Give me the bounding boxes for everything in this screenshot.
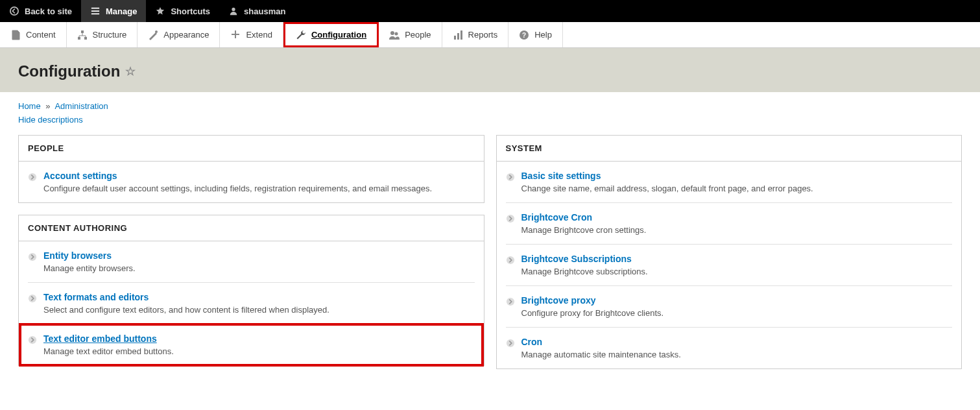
entry-text: Entity browsersManage entity browsers. [43,250,475,273]
page-header: Configuration ☆ [0,48,980,92]
svg-point-18 [506,215,514,223]
entry-link[interactable]: Account settings [43,171,117,181]
entry-link[interactable]: Text formats and editors [43,292,149,302]
entry-link[interactable]: Brightcove proxy [521,295,596,306]
reports-icon [453,30,463,40]
favorite-star-icon[interactable]: ☆ [125,64,136,78]
breadcrumb-admin[interactable]: Administration [54,101,108,111]
entry-text: Brightcove SubscriptionsManage Brightcov… [521,254,953,276]
entry-text: Account settingsConfigure default user a… [43,171,475,193]
panel-heading: CONTENT AUTHORING [19,215,484,241]
config-panel: SYSTEMBasic site settingsChange site nam… [496,135,962,369]
config-entry: Text editor embed buttonsManage text edi… [21,326,481,364]
back-to-site-button[interactable]: Back to site [0,0,81,22]
admin-tab-structure[interactable]: Structure [67,22,138,47]
svg-point-20 [506,298,514,306]
svg-point-7 [395,32,398,35]
hide-descriptions-link[interactable]: Hide descriptions [18,115,83,125]
chevron-right-icon [506,256,515,265]
admin-tab-people[interactable]: People [379,22,442,47]
admin-tab-label: Structure [93,30,127,40]
page-title-text: Configuration [18,62,120,80]
entry-link[interactable]: Text editor embed buttons [43,333,157,344]
structure-icon [77,30,88,40]
svg-rect-10 [460,30,462,40]
hamburger-icon [90,6,101,16]
admin-tab-label: Configuration [311,30,366,40]
svg-point-6 [390,31,394,35]
manage-button[interactable]: Manage [81,0,146,22]
admin-tab-help[interactable]: ? Help [508,22,563,47]
config-entry: Brightcove SubscriptionsManage Brightcov… [506,245,953,286]
entry-description: Configure proxy for Brightcove clients. [521,308,953,318]
svg-point-1 [232,8,235,11]
entry-text: CronManage automatic site maintenance ta… [521,337,953,359]
svg-point-14 [29,253,36,261]
config-entry: Entity browsersManage entity browsers. [28,241,475,283]
admin-tab-configuration[interactable]: Configuration [283,22,379,47]
appearance-icon [148,30,158,40]
entry-link[interactable]: Basic site settings [521,171,601,181]
entry-description: Manage automatic site maintenance tasks. [521,350,953,359]
entry-link[interactable]: Cron [521,337,543,347]
shortcuts-button[interactable]: Shortcuts [146,0,219,22]
svg-rect-8 [454,36,456,40]
chevron-right-icon [28,335,37,344]
breadcrumb: Home » Administration [18,101,962,111]
admin-tab-appearance[interactable]: Appearance [137,22,220,47]
breadcrumb-separator: » [43,101,53,111]
config-entry: Account settingsConfigure default user a… [28,162,475,202]
entry-description: Change site name, email address, slogan,… [521,184,953,193]
chevron-right-icon [28,294,37,303]
chevron-right-icon [506,214,515,223]
entry-link[interactable]: Entity browsers [43,250,112,261]
svg-point-21 [506,339,514,347]
svg-rect-9 [457,33,459,40]
chevron-right-icon [28,252,37,261]
svg-text:?: ? [522,32,526,39]
people-icon [389,30,400,40]
config-panel: CONTENT AUTHORINGEntity browsersManage e… [18,215,484,366]
entry-text: Brightcove CronManage Brightcove cron se… [521,212,953,235]
panel-body: Basic site settingsChange site name, ema… [497,162,962,368]
user-button[interactable]: shausman [219,0,294,22]
config-entry: Brightcove CronManage Brightcove cron se… [506,203,953,245]
admin-tab-content[interactable]: Content [0,22,67,47]
admin-tab-label: Appearance [163,30,209,40]
svg-point-0 [10,7,18,15]
admin-tab-extend[interactable]: Extend [220,22,283,47]
config-panel: PEOPLEAccount settingsConfigure default … [18,135,484,203]
content-icon [10,30,21,40]
svg-rect-3 [78,37,80,40]
breadcrumb-home[interactable]: Home [18,101,41,111]
page-title: Configuration ☆ [18,62,962,80]
svg-point-17 [506,173,514,181]
entry-link[interactable]: Brightcove Subscriptions [521,254,632,264]
user-icon [228,6,239,16]
panel-heading: SYSTEM [497,136,962,162]
svg-point-13 [29,173,36,181]
config-entry: Basic site settingsChange site name, ema… [506,162,953,203]
admin-menu: Content Structure Appearance Extend Conf… [0,22,980,48]
admin-tab-reports[interactable]: Reports [442,22,509,47]
entry-description: Manage Brightcove cron settings. [521,225,953,235]
chevron-right-icon [506,297,515,306]
entry-link[interactable]: Brightcove Cron [521,212,593,223]
svg-point-16 [29,336,36,344]
entry-description: Configure default user account settings,… [43,184,475,193]
panel-body: Account settingsConfigure default user a… [19,162,484,202]
svg-point-5 [155,30,158,33]
extend-icon [230,30,241,40]
right-column: SYSTEMBasic site settingsChange site nam… [496,135,962,381]
config-panels: PEOPLEAccount settingsConfigure default … [0,128,980,399]
config-entry: Text formats and editorsSelect and confi… [28,283,475,324]
config-entry: CronManage automatic site maintenance ta… [506,328,953,368]
entry-text: Text formats and editorsSelect and confi… [43,292,475,315]
back-to-site-label: Back to site [25,6,72,16]
svg-rect-2 [81,30,84,33]
star-icon [155,6,165,16]
shortcuts-label: Shortcuts [171,6,210,16]
top-toolbar: Back to site Manage Shortcuts shausman [0,0,980,22]
wrench-icon [296,30,306,40]
entry-text: Brightcove proxyConfigure proxy for Brig… [521,295,953,318]
